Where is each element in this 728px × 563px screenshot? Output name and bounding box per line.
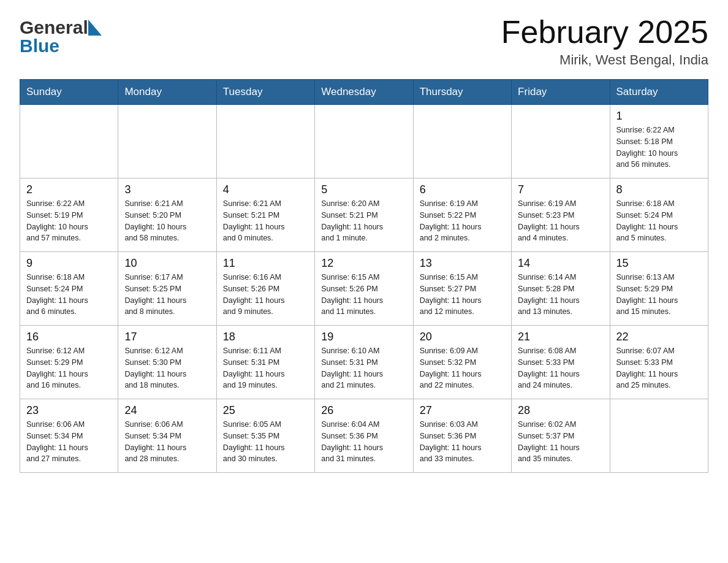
- day-info: Sunrise: 6:07 AM Sunset: 5:33 PM Dayligh…: [616, 345, 702, 391]
- logo-general-text: General: [20, 17, 88, 38]
- calendar-cell: 14Sunrise: 6:14 AM Sunset: 5:28 PM Dayli…: [512, 252, 610, 326]
- day-number: 14: [518, 257, 603, 270]
- calendar-week-row: 2Sunrise: 6:22 AM Sunset: 5:19 PM Daylig…: [20, 178, 708, 252]
- calendar-cell: 13Sunrise: 6:15 AM Sunset: 5:27 PM Dayli…: [413, 252, 511, 326]
- calendar-cell: 19Sunrise: 6:10 AM Sunset: 5:31 PM Dayli…: [315, 326, 413, 399]
- header: General Blue February 2025 Mirik, West B…: [20, 15, 708, 68]
- calendar-cell: 16Sunrise: 6:12 AM Sunset: 5:29 PM Dayli…: [20, 326, 118, 399]
- calendar-cell: 3Sunrise: 6:21 AM Sunset: 5:20 PM Daylig…: [118, 178, 216, 252]
- calendar-cell: [118, 105, 216, 178]
- day-of-week-header: Sunday: [20, 80, 118, 105]
- day-of-week-header: Tuesday: [216, 80, 314, 105]
- calendar-cell: [413, 105, 511, 178]
- day-of-week-header: Wednesday: [315, 80, 413, 105]
- calendar-cell: 6Sunrise: 6:19 AM Sunset: 5:22 PM Daylig…: [413, 178, 511, 252]
- day-info: Sunrise: 6:06 AM Sunset: 5:34 PM Dayligh…: [124, 419, 210, 465]
- calendar-cell: [20, 105, 118, 178]
- day-info: Sunrise: 6:14 AM Sunset: 5:28 PM Dayligh…: [518, 272, 603, 318]
- day-info: Sunrise: 6:18 AM Sunset: 5:24 PM Dayligh…: [26, 272, 112, 318]
- day-number: 6: [420, 183, 505, 196]
- logo: General Blue: [20, 17, 102, 56]
- day-info: Sunrise: 6:18 AM Sunset: 5:24 PM Dayligh…: [616, 198, 702, 244]
- day-info: Sunrise: 6:15 AM Sunset: 5:27 PM Dayligh…: [420, 272, 505, 318]
- calendar-cell: 2Sunrise: 6:22 AM Sunset: 5:19 PM Daylig…: [20, 178, 118, 252]
- logo-blue-text: Blue: [20, 36, 59, 56]
- calendar-cell: 12Sunrise: 6:15 AM Sunset: 5:26 PM Dayli…: [315, 252, 413, 326]
- day-number: 17: [124, 331, 210, 343]
- calendar-cell: [315, 105, 413, 178]
- svg-marker-0: [88, 20, 102, 36]
- day-number: 7: [518, 183, 603, 196]
- day-number: 5: [321, 183, 406, 196]
- day-number: 4: [223, 183, 308, 196]
- day-info: Sunrise: 6:09 AM Sunset: 5:32 PM Dayligh…: [420, 345, 505, 391]
- day-info: Sunrise: 6:21 AM Sunset: 5:21 PM Dayligh…: [223, 198, 308, 244]
- day-info: Sunrise: 6:04 AM Sunset: 5:36 PM Dayligh…: [321, 419, 406, 465]
- calendar-cell: 20Sunrise: 6:09 AM Sunset: 5:32 PM Dayli…: [413, 326, 511, 399]
- calendar-cell: 4Sunrise: 6:21 AM Sunset: 5:21 PM Daylig…: [216, 178, 314, 252]
- calendar-cell: 26Sunrise: 6:04 AM Sunset: 5:36 PM Dayli…: [315, 399, 413, 473]
- day-info: Sunrise: 6:02 AM Sunset: 5:37 PM Dayligh…: [518, 419, 603, 465]
- day-info: Sunrise: 6:21 AM Sunset: 5:20 PM Dayligh…: [124, 198, 210, 244]
- day-number: 8: [616, 183, 702, 196]
- calendar-cell: 25Sunrise: 6:05 AM Sunset: 5:35 PM Dayli…: [216, 399, 314, 473]
- calendar-cell: 11Sunrise: 6:16 AM Sunset: 5:26 PM Dayli…: [216, 252, 314, 326]
- day-info: Sunrise: 6:19 AM Sunset: 5:23 PM Dayligh…: [518, 198, 603, 244]
- day-number: 10: [124, 257, 210, 270]
- calendar-cell: [512, 105, 610, 178]
- calendar-cell: 23Sunrise: 6:06 AM Sunset: 5:34 PM Dayli…: [20, 399, 118, 473]
- day-of-week-header: Thursday: [413, 80, 511, 105]
- day-info: Sunrise: 6:22 AM Sunset: 5:18 PM Dayligh…: [616, 124, 702, 170]
- calendar-cell: 21Sunrise: 6:08 AM Sunset: 5:33 PM Dayli…: [512, 326, 610, 399]
- calendar-header-row: SundayMondayTuesdayWednesdayThursdayFrid…: [20, 80, 708, 105]
- calendar-cell: [216, 105, 314, 178]
- day-number: 13: [420, 257, 505, 270]
- day-info: Sunrise: 6:20 AM Sunset: 5:21 PM Dayligh…: [321, 198, 406, 244]
- calendar-cell: 15Sunrise: 6:13 AM Sunset: 5:29 PM Dayli…: [610, 252, 708, 326]
- calendar-cell: 17Sunrise: 6:12 AM Sunset: 5:30 PM Dayli…: [118, 326, 216, 399]
- day-number: 12: [321, 257, 406, 270]
- day-number: 22: [616, 331, 702, 343]
- day-number: 24: [124, 404, 210, 417]
- calendar-week-row: 23Sunrise: 6:06 AM Sunset: 5:34 PM Dayli…: [20, 399, 708, 473]
- day-number: 1: [616, 110, 702, 123]
- calendar-week-row: 1Sunrise: 6:22 AM Sunset: 5:18 PM Daylig…: [20, 105, 708, 178]
- calendar-week-row: 16Sunrise: 6:12 AM Sunset: 5:29 PM Dayli…: [20, 326, 708, 399]
- day-info: Sunrise: 6:15 AM Sunset: 5:26 PM Dayligh…: [321, 272, 406, 318]
- day-number: 19: [321, 331, 406, 343]
- day-info: Sunrise: 6:03 AM Sunset: 5:36 PM Dayligh…: [420, 419, 505, 465]
- day-number: 9: [26, 257, 112, 270]
- calendar-table: SundayMondayTuesdayWednesdayThursdayFrid…: [20, 79, 708, 473]
- day-info: Sunrise: 6:19 AM Sunset: 5:22 PM Dayligh…: [420, 198, 505, 244]
- day-info: Sunrise: 6:06 AM Sunset: 5:34 PM Dayligh…: [26, 419, 112, 465]
- day-number: 11: [223, 257, 308, 270]
- calendar-cell: 24Sunrise: 6:06 AM Sunset: 5:34 PM Dayli…: [118, 399, 216, 473]
- day-info: Sunrise: 6:13 AM Sunset: 5:29 PM Dayligh…: [616, 272, 702, 318]
- calendar-cell: 7Sunrise: 6:19 AM Sunset: 5:23 PM Daylig…: [512, 178, 610, 252]
- day-of-week-header: Saturday: [610, 80, 708, 105]
- calendar-cell: 10Sunrise: 6:17 AM Sunset: 5:25 PM Dayli…: [118, 252, 216, 326]
- calendar-cell: 5Sunrise: 6:20 AM Sunset: 5:21 PM Daylig…: [315, 178, 413, 252]
- day-number: 3: [124, 183, 210, 196]
- day-number: 23: [26, 404, 112, 417]
- day-number: 25: [223, 404, 308, 417]
- day-of-week-header: Friday: [512, 80, 610, 105]
- page-title: February 2025: [501, 15, 708, 50]
- day-info: Sunrise: 6:22 AM Sunset: 5:19 PM Dayligh…: [26, 198, 112, 244]
- calendar-cell: [610, 399, 708, 473]
- calendar-cell: 27Sunrise: 6:03 AM Sunset: 5:36 PM Dayli…: [413, 399, 511, 473]
- location-subtitle: Mirik, West Bengal, India: [501, 52, 708, 68]
- day-number: 15: [616, 257, 702, 270]
- day-info: Sunrise: 6:16 AM Sunset: 5:26 PM Dayligh…: [223, 272, 308, 318]
- day-number: 16: [26, 331, 112, 343]
- day-number: 2: [26, 183, 112, 196]
- calendar-cell: 18Sunrise: 6:11 AM Sunset: 5:31 PM Dayli…: [216, 326, 314, 399]
- day-info: Sunrise: 6:12 AM Sunset: 5:29 PM Dayligh…: [26, 345, 112, 391]
- title-area: February 2025 Mirik, West Bengal, India: [501, 15, 708, 68]
- day-number: 21: [518, 331, 603, 343]
- day-number: 20: [420, 331, 505, 343]
- calendar-cell: 22Sunrise: 6:07 AM Sunset: 5:33 PM Dayli…: [610, 326, 708, 399]
- day-info: Sunrise: 6:12 AM Sunset: 5:30 PM Dayligh…: [124, 345, 210, 391]
- calendar-cell: 28Sunrise: 6:02 AM Sunset: 5:37 PM Dayli…: [512, 399, 610, 473]
- day-info: Sunrise: 6:05 AM Sunset: 5:35 PM Dayligh…: [223, 419, 308, 465]
